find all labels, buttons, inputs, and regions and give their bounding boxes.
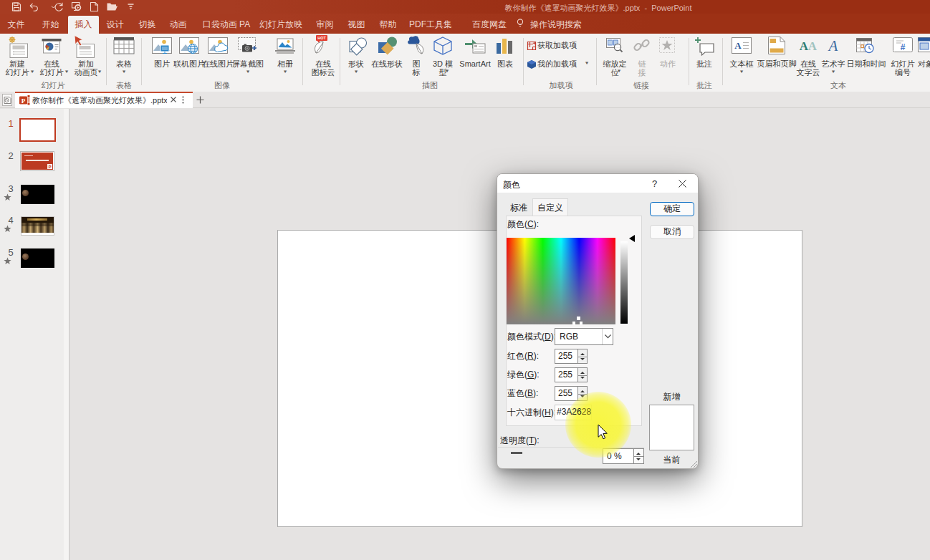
svg-text:HOT: HOT — [317, 36, 326, 40]
svg-text:A: A — [808, 39, 818, 53]
svg-text:A: A — [734, 40, 742, 51]
svg-text:#: # — [901, 42, 906, 52]
svg-text:P: P — [49, 165, 52, 169]
svg-text:P: P — [21, 97, 26, 105]
svg-text:A: A — [828, 37, 838, 54]
